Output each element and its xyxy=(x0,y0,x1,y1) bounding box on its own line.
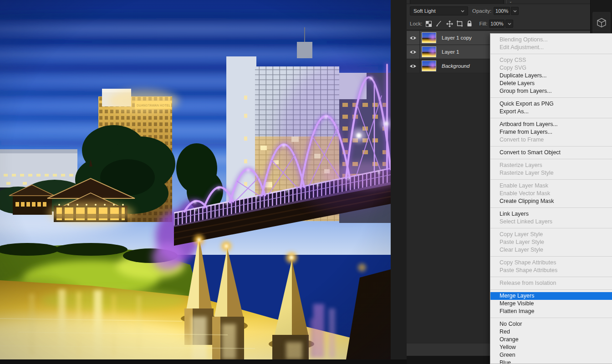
fill-dropdown-button[interactable] xyxy=(505,20,513,28)
blend-mode-value: Soft Light xyxy=(413,8,436,14)
layer-name[interactable]: Layer 1 copy xyxy=(442,31,472,45)
menu-item-convert-to-smart-object[interactable]: Convert to Smart Object xyxy=(490,149,612,157)
menu-item-red[interactable]: Red xyxy=(490,328,612,336)
workspace-gap xyxy=(391,0,407,359)
menu-item-orange[interactable]: Orange xyxy=(490,336,612,344)
3d-cube-icon xyxy=(596,17,607,28)
menu-item-enable-layer-mask: Enable Layer Mask xyxy=(490,182,612,190)
lock-row: Lock: Fill: 100% xyxy=(407,18,590,30)
menu-item-group-from-layers[interactable]: Group from Layers... xyxy=(490,87,612,95)
opacity-value-field[interactable]: 100% xyxy=(494,7,510,15)
menu-item-copy-css: Copy CSS xyxy=(490,56,612,64)
menu-item-blue[interactable]: Blue xyxy=(490,359,612,364)
menu-item-edit-adjustment: Edit Adjustment... xyxy=(490,44,612,51)
lock-label: Lock: xyxy=(410,21,423,26)
menu-item-blending-options: Blending Options... xyxy=(490,36,612,44)
lock-artboard-icon[interactable] xyxy=(456,20,463,27)
blend-mode-select[interactable]: Soft Light xyxy=(410,6,468,15)
dock-slot[interactable] xyxy=(592,12,611,33)
menu-item-release-from-isolation: Release from Isolation xyxy=(490,279,612,287)
menu-item-copy-svg: Copy SVG xyxy=(490,64,612,72)
menu-item-quick-export-as-png[interactable]: Quick Export as PNG xyxy=(490,100,612,108)
opacity-dropdown-button[interactable] xyxy=(511,7,519,15)
menu-item-paste-layer-style: Paste Layer Style xyxy=(490,238,612,246)
layer-thumbnail[interactable] xyxy=(422,46,436,57)
menu-item-merge-layers[interactable]: Merge Layers xyxy=(490,292,612,300)
menu-item-export-as[interactable]: Export As... xyxy=(490,108,612,116)
workspace-bottom-strip xyxy=(0,359,407,364)
menu-item-flatten-image[interactable]: Flatten Image xyxy=(490,308,612,315)
filter-dropdown-partial[interactable] xyxy=(410,0,504,4)
menu-item-clear-layer-style: Clear Layer Style xyxy=(490,246,612,254)
lock-all-icon[interactable] xyxy=(466,20,473,27)
menu-item-enable-vector-mask: Enable Vector Mask xyxy=(490,190,612,197)
menu-item-merge-visible[interactable]: Merge Visible xyxy=(490,300,612,308)
chevron-down-icon xyxy=(461,10,464,12)
menu-item-rasterize-layers: Rasterize Layers xyxy=(490,162,612,169)
menu-item-artboard-from-layers[interactable]: Artboard from Layers... xyxy=(490,121,612,128)
menu-item-copy-layer-style: Copy Layer Style xyxy=(490,231,612,238)
document-canvas[interactable]: DUANGTAWAN HOTEL xyxy=(0,0,391,359)
menu-item-copy-shape-attributes: Copy Shape Attributes xyxy=(490,259,612,267)
bridge-night-photo: DUANGTAWAN HOTEL xyxy=(0,0,391,359)
visibility-toggle[interactable] xyxy=(407,45,420,59)
menu-item-frame-from-layers[interactable]: Frame from Layers... xyxy=(490,128,612,136)
menu-item-no-color[interactable]: No Color xyxy=(490,320,612,328)
menu-item-green[interactable]: Green xyxy=(490,351,612,359)
visibility-toggle[interactable] xyxy=(407,31,420,45)
eye-icon xyxy=(409,35,417,40)
menu-item-duplicate-layers[interactable]: Duplicate Layers... xyxy=(490,72,612,80)
fill-value: 100% xyxy=(490,21,503,26)
menu-item-paste-shape-attributes: Paste Shape Attributes xyxy=(490,267,612,274)
layer-name[interactable]: Layer 1 xyxy=(442,45,459,59)
chevron-down-icon xyxy=(508,23,511,25)
eye-icon xyxy=(409,64,417,69)
lock-transparency-icon[interactable] xyxy=(425,20,432,27)
menu-item-create-clipping-mask[interactable]: Create Clipping Mask xyxy=(490,197,612,205)
menu-item-rasterize-layer-style: Rasterize Layer Style xyxy=(490,169,612,177)
lock-paint-icon[interactable] xyxy=(436,20,443,27)
menu-item-convert-to-frame: Convert to Frame xyxy=(490,136,612,144)
lock-position-icon[interactable] xyxy=(446,20,453,27)
fill-value-field[interactable]: 100% xyxy=(489,20,505,28)
blend-mode-row: Soft Light Opacity: 100% xyxy=(407,4,590,18)
layer-name[interactable]: Background xyxy=(442,59,469,73)
fill-label: Fill: xyxy=(479,21,488,26)
chevron-down-icon: ⌄ xyxy=(509,0,514,3)
menu-item-select-linked-layers: Select Linked Layers xyxy=(490,218,612,226)
opacity-value: 100% xyxy=(495,8,508,14)
opacity-label: Opacity: xyxy=(472,8,491,14)
layer-thumbnail[interactable] xyxy=(422,61,436,71)
filter-row-divider xyxy=(506,0,507,4)
eye-icon xyxy=(409,50,417,55)
menu-item-delete-layers[interactable]: Delete Layers xyxy=(490,80,612,87)
visibility-toggle[interactable] xyxy=(407,59,420,73)
layer-filter-row-partial: ⌄ xyxy=(407,0,590,4)
chevron-down-icon xyxy=(513,10,517,12)
menu-item-yellow[interactable]: Yellow xyxy=(490,344,612,351)
menu-item-link-layers[interactable]: Link Layers xyxy=(490,210,612,218)
layer-context-menu: Blending Options... Edit Adjustment... C… xyxy=(490,33,612,364)
layer-thumbnail[interactable] xyxy=(422,32,436,43)
